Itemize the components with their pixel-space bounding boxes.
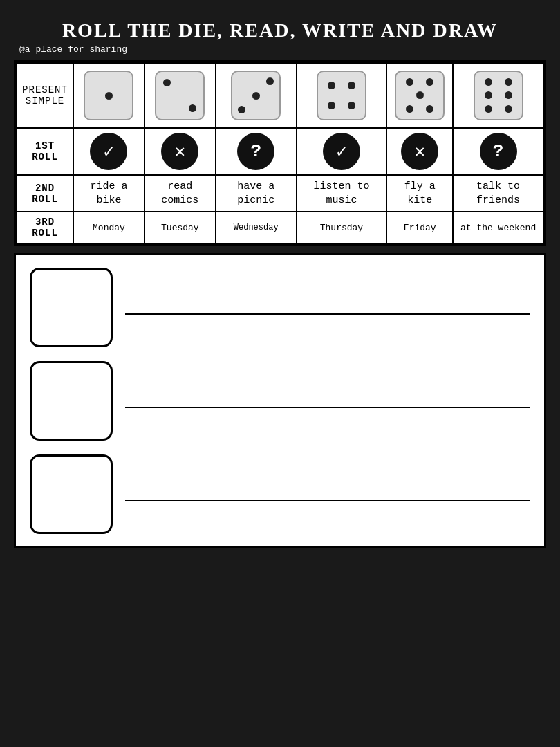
- die-cell-2: [144, 63, 216, 128]
- second-roll-label: 2ND ROLL: [17, 175, 73, 212]
- drawing-row-3: [30, 454, 530, 534]
- day-1: Monday: [73, 212, 144, 243]
- day-5: Friday: [386, 212, 453, 243]
- drawing-row-2: [30, 361, 530, 441]
- die-cell-6: [453, 63, 543, 128]
- roll1-cell-6: ?: [453, 128, 543, 175]
- writing-area-2: [125, 387, 530, 415]
- dot: [348, 102, 355, 109]
- roll1-cell-1: ✓: [73, 128, 144, 175]
- dot: [328, 102, 335, 109]
- roll1-cell-2: ✕: [144, 128, 216, 175]
- dot: [505, 105, 512, 113]
- drawing-box-3[interactable]: [30, 454, 113, 534]
- die-cell-5: [386, 63, 453, 128]
- second-roll-row: 2ND ROLL ride a bike read comics have a …: [17, 175, 543, 212]
- first-roll-label: 1ST ROLL: [17, 128, 73, 175]
- dot: [416, 91, 424, 99]
- writing-line-2: [125, 387, 530, 408]
- die-1: [84, 71, 133, 120]
- dot: [406, 78, 413, 86]
- day-3: Wednesday: [216, 212, 297, 243]
- dot: [505, 78, 512, 86]
- activity-1: ride a bike: [73, 175, 144, 212]
- die-cell-1: [73, 63, 144, 128]
- present-simple-label: Present simple: [17, 63, 73, 128]
- dot: [505, 91, 512, 99]
- main-table-card: Present simple: [14, 60, 546, 246]
- dot: [426, 105, 433, 113]
- dot: [485, 91, 492, 99]
- drawing-box-2[interactable]: [30, 361, 113, 441]
- roll1-cell-4: ✓: [297, 128, 387, 175]
- author-tag: @a_place_for_sharing: [19, 44, 127, 55]
- dot: [105, 92, 113, 100]
- dot: [485, 105, 492, 113]
- writing-area-1: [125, 294, 530, 322]
- activity-2: read comics: [144, 175, 216, 212]
- dot: [426, 78, 433, 86]
- third-roll-label: 3RD ROLL: [17, 212, 73, 243]
- dot: [485, 78, 492, 86]
- dot: [189, 104, 196, 112]
- writing-area-3: [125, 481, 530, 508]
- check-icon-1: ✓: [90, 133, 127, 170]
- dot: [238, 106, 245, 113]
- question-icon-2: ?: [480, 133, 517, 170]
- dot: [348, 82, 355, 89]
- drawing-row-1: [30, 268, 530, 347]
- dot: [328, 82, 335, 89]
- dot: [252, 92, 260, 100]
- x-icon-1: ✕: [161, 133, 198, 170]
- drawing-section: [14, 253, 546, 548]
- page-title: Roll the die, read, write and draw: [62, 19, 498, 42]
- dice-table: Present simple: [16, 62, 544, 244]
- activity-5: fly a kite: [386, 175, 453, 212]
- drawing-box-1[interactable]: [30, 268, 113, 347]
- activity-6: talk to friends: [453, 175, 543, 212]
- third-roll-row: 3RD ROLL Monday Tuesday Wednesday Thursd…: [17, 212, 543, 243]
- dot: [406, 105, 413, 113]
- writing-line-1: [125, 294, 530, 315]
- question-icon-1: ?: [237, 133, 274, 170]
- die-cell-3: [216, 63, 297, 128]
- die-row: [238, 92, 274, 100]
- x-icon-2: ✕: [401, 133, 438, 170]
- header-row: Present simple: [17, 63, 543, 128]
- die-row: [238, 77, 274, 85]
- first-roll-row: 1ST ROLL ✓ ✕ ? ✓ ✕ ?: [17, 128, 543, 175]
- die-row: [163, 104, 196, 112]
- roll1-cell-3: ?: [216, 128, 297, 175]
- die-5: [395, 71, 445, 120]
- die-row: [238, 106, 274, 113]
- die-row: [163, 79, 196, 86]
- check-icon-2: ✓: [323, 133, 360, 170]
- dot: [163, 79, 171, 86]
- die-cell-4: [297, 63, 387, 128]
- day-2: Tuesday: [144, 212, 216, 243]
- die-4: [317, 71, 366, 120]
- writing-line-3: [125, 481, 530, 501]
- day-6: at the weekend: [453, 212, 543, 243]
- die-2: [155, 71, 205, 120]
- roll1-cell-5: ✕: [386, 128, 453, 175]
- activity-3: have a picnic: [216, 175, 297, 212]
- activity-4: listen to music: [297, 175, 387, 212]
- die-3: [231, 71, 281, 120]
- day-4: Thursday: [297, 212, 387, 243]
- die-6: [474, 71, 523, 120]
- dot: [266, 77, 274, 85]
